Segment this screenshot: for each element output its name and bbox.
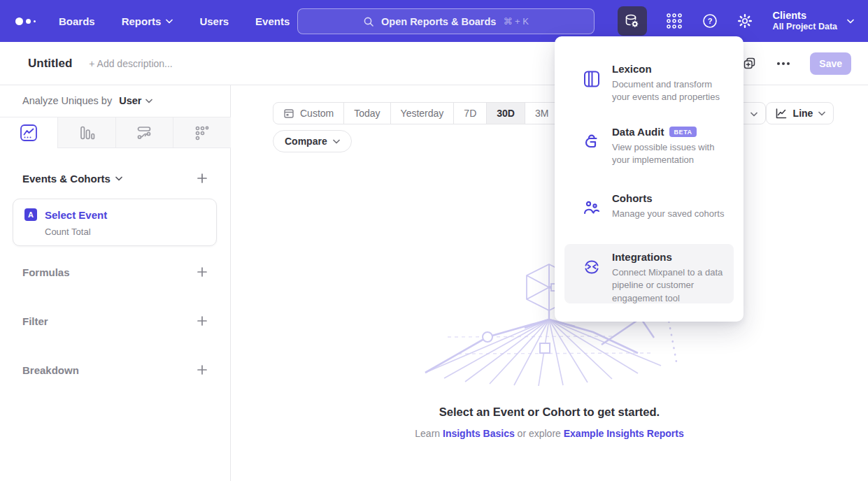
filter-section: Filter <box>22 310 208 331</box>
more-options-button[interactable] <box>776 62 790 66</box>
menu-item-title: Data Audit <box>612 126 664 138</box>
tab-bar-chart[interactable] <box>57 117 115 148</box>
nav-boards[interactable]: Boards <box>59 15 95 27</box>
date-range-3m[interactable]: 3M <box>525 103 558 124</box>
search-icon <box>363 16 374 27</box>
add-breakdown-button[interactable] <box>197 364 208 375</box>
data-management-button[interactable] <box>618 6 647 36</box>
apps-grid-icon <box>665 12 683 30</box>
range-label: 3M <box>535 108 548 119</box>
analyze-uniques-dropdown[interactable]: Analyze Uniques by User <box>22 85 152 116</box>
date-range-today[interactable]: Today <box>343 103 390 124</box>
chart-type-dropdown[interactable]: Line <box>766 102 834 124</box>
apps-grid-button[interactable] <box>665 12 683 30</box>
tab-retention-chart[interactable] <box>173 117 231 148</box>
help-icon: ? <box>702 13 718 29</box>
event-letter-badge: A <box>24 208 37 221</box>
example-reports-link[interactable]: Example Insights Reports <box>564 428 684 439</box>
ellipsis-icon <box>776 62 790 66</box>
range-label: Custom <box>300 108 334 119</box>
analyze-value: User <box>119 95 141 106</box>
breakdown-section: Breakdown <box>22 359 208 380</box>
chart-type-label: Line <box>793 108 813 119</box>
database-gear-icon <box>624 13 640 29</box>
range-label: 7D <box>464 108 476 119</box>
line-chart-icon <box>20 124 38 142</box>
menu-item-description: Document and transform your events and p… <box>612 78 728 104</box>
plus-icon <box>197 315 208 326</box>
menu-item-lexicon[interactable]: Lexicon Document and transform your even… <box>564 56 734 111</box>
compare-button[interactable]: Compare <box>273 130 352 152</box>
chart-area: Custom Today Yesterday 7D 30D 3M 6M Line… <box>231 85 868 481</box>
explore-text: or explore <box>515 428 564 439</box>
chevron-down-icon <box>333 139 340 144</box>
empty-state-title: Select an Event or Cohort to get started… <box>231 405 868 419</box>
project-scope: All Project Data <box>773 22 837 33</box>
bar-chart-icon <box>78 124 95 141</box>
add-filter-button[interactable] <box>197 315 208 326</box>
plus-icon <box>197 364 208 375</box>
line-chart-icon <box>774 107 788 120</box>
report-title[interactable]: Untitled <box>28 57 72 71</box>
event-aggregation[interactable]: Count Total <box>45 227 205 237</box>
gear-icon <box>737 13 753 29</box>
project-name: Clients <box>773 9 837 22</box>
menu-item-data-audit[interactable]: Data Audit BETA View possible issues wit… <box>564 119 734 174</box>
empty-state-links: Learn Insights Basics or explore Example… <box>231 428 868 439</box>
nav-users[interactable]: Users <box>199 15 229 27</box>
chevron-down-icon <box>818 111 825 116</box>
range-label: 30D <box>497 108 515 119</box>
flows-icon <box>136 124 152 141</box>
events-cohorts-label[interactable]: Events & Cohorts <box>22 173 111 185</box>
menu-item-title: Integrations <box>612 251 672 263</box>
cohorts-icon <box>583 199 601 217</box>
filter-label: Filter <box>22 315 48 327</box>
search-placeholder: Open Reports & Boards <box>381 16 496 27</box>
nav-events[interactable]: Events <box>255 15 290 27</box>
top-navbar: Boards Reports Users Events Open Reports… <box>0 0 868 42</box>
lexicon-icon <box>583 70 601 88</box>
save-button[interactable]: Save <box>810 52 851 75</box>
chart-type-tabs <box>0 117 231 148</box>
menu-item-integrations[interactable]: Integrations Connect Mixpanel to a data … <box>564 244 734 303</box>
date-range-7d[interactable]: 7D <box>453 103 486 124</box>
insights-basics-link[interactable]: Insights Basics <box>443 428 515 439</box>
nav-reports[interactable]: Reports <box>122 15 173 27</box>
chevron-down-icon <box>145 99 152 103</box>
date-range-yesterday[interactable]: Yesterday <box>390 103 454 124</box>
nav-boards-label: Boards <box>59 15 95 27</box>
chevron-down-icon <box>847 19 854 24</box>
calendar-icon <box>283 108 294 119</box>
add-event-button[interactable] <box>197 173 208 184</box>
analyze-prefix: Analyze Uniques by <box>22 95 112 106</box>
add-description-field[interactable]: + Add description... <box>89 58 172 69</box>
tab-line-chart[interactable] <box>0 117 57 148</box>
duplicate-report-button[interactable] <box>742 56 757 71</box>
add-formula-button[interactable] <box>197 266 208 278</box>
breakdown-label: Breakdown <box>22 364 79 376</box>
data-audit-icon <box>583 133 601 151</box>
svg-text:?: ? <box>707 17 712 25</box>
tab-flows-chart[interactable] <box>115 117 173 148</box>
query-builder-sidebar: Analyze Uniques by User <box>0 85 231 481</box>
menu-item-description: Connect Mixpanel to a data pipeline or c… <box>612 266 728 305</box>
global-search-input[interactable]: Open Reports & Boards ⌘ + K <box>297 8 595 34</box>
menu-item-cohorts[interactable]: Cohorts Manage your saved cohorts <box>564 185 734 227</box>
nav-users-label: Users <box>199 15 229 27</box>
date-range-custom[interactable]: Custom <box>273 103 343 124</box>
settings-button[interactable] <box>737 13 753 29</box>
select-event-button[interactable]: Select Event <box>45 209 107 221</box>
date-range-30d[interactable]: 30D <box>486 103 525 124</box>
help-button[interactable]: ? <box>702 13 718 29</box>
formulas-section: Formulas <box>22 261 208 282</box>
nav-events-label: Events <box>255 15 290 27</box>
menu-item-title: Lexicon <box>612 63 652 75</box>
chevron-down-icon <box>115 176 122 181</box>
project-switcher[interactable]: Clients All Project Data <box>773 9 837 33</box>
date-range-control: Custom Today Yesterday 7D 30D 3M 6M <box>273 102 593 124</box>
event-card[interactable]: A Select Event Count Total <box>13 199 217 246</box>
mixpanel-logo[interactable] <box>15 17 39 25</box>
chevron-down-icon <box>166 19 173 24</box>
learn-text: Learn <box>415 428 443 439</box>
menu-item-description: Manage your saved cohorts <box>612 208 724 220</box>
